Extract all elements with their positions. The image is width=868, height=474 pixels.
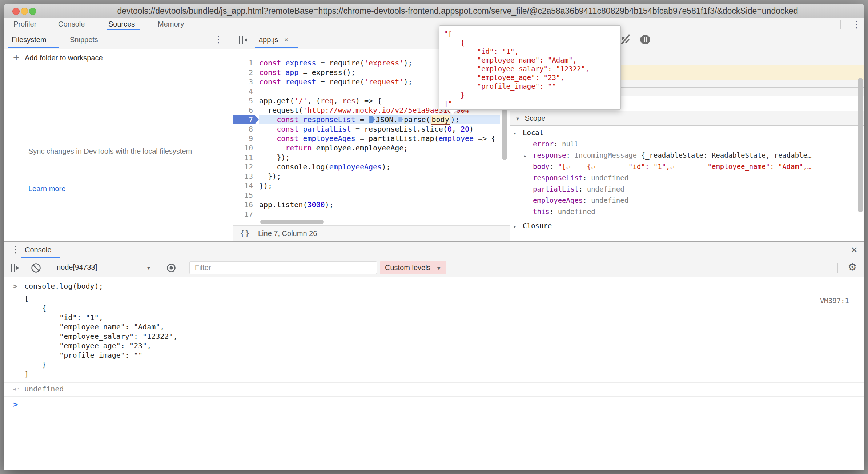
line-number-7[interactable]: 7 [233,115,259,124]
title-bar[interactable]: devtools://devtools/bundled/js_app.html?… [4,4,864,19]
console-log-output[interactable]: [ { "id": "1", "employee_name": "Adam", … [24,294,821,379]
scope-variable-employeeAges[interactable]: employeeAges: undefined [513,195,856,206]
code-token: employee.employeeAge; [316,144,408,152]
scope-variable-responseList[interactable]: responseList: undefined [513,172,856,184]
editor-tab-appjs[interactable]: app.js × [259,31,289,47]
code-line-8[interactable]: const partialList = responseList.slice(0… [259,124,500,134]
scope-variable-body[interactable]: body: "[↵ {↵ "id": "1",↵ "employee_name"… [513,161,856,172]
code-token: = responseList.slice( [351,125,447,133]
scope-variable-partialList[interactable]: partialList: undefined [513,184,856,195]
collapse-navigator-icon[interactable] [239,35,250,45]
execution-context-selector[interactable]: node[94733] [57,263,97,272]
code-token: JSON. [376,115,398,124]
continue-to-here-icon[interactable] [398,117,403,122]
code-token: , [452,125,461,133]
line-number-8[interactable]: 8 [233,124,259,134]
scope-local-header[interactable]: ▾Local [513,127,856,138]
custom-levels-dropdown[interactable]: Custom levels ▼ [380,261,446,274]
console-settings-gear-icon[interactable]: ⚙ [848,262,857,272]
variable-value: IncomingMessage [574,151,641,159]
variable-name: response [533,151,566,159]
sidebar-scrollbar[interactable] [858,78,863,212]
minimize-window-button[interactable] [21,8,28,15]
tooltip-line: "employee_salary": "12322", [444,64,620,73]
result-marker-icon: ◂· [12,385,20,393]
line-number-2[interactable]: 2 [233,68,259,77]
code-line-16[interactable]: app.listen(3000); [259,200,500,209]
code-line-17[interactable] [259,209,500,219]
console-output-line: "employee_name": "Adam", [24,322,821,332]
console-prompt-chevron-icon[interactable]: > [13,400,18,409]
chevron-down-icon: ▾ [513,128,523,138]
variable-name: partialList [533,185,579,193]
scope-variable-error[interactable]: error: null [513,138,856,150]
code-token: }); [259,153,290,162]
zoom-window-button[interactable] [29,8,36,15]
line-number-17[interactable]: 17 [233,209,259,219]
close-drawer-icon[interactable]: ✕ [851,245,858,255]
code-line-10[interactable]: return employee.employeeAge; [259,143,500,153]
code-line-9[interactable]: const employeeAges = partialList.map(emp… [259,134,500,143]
code-line-11[interactable]: }); [259,153,500,162]
code-token: const [259,68,285,77]
tab-filesystem[interactable]: Filesystem [12,31,47,49]
tab-memory[interactable]: Memory [158,18,184,30]
code-line-15[interactable] [259,190,500,200]
scope-variable-this[interactable]: this: undefined [513,206,856,217]
line-number-9[interactable]: 9 [233,134,259,143]
line-number-6[interactable]: 6 [233,105,259,115]
code-line-14[interactable]: }); [259,181,500,190]
scope-variable-response[interactable]: ▸response: IncomingMessage {_readableSta… [513,150,856,161]
tab-snippets[interactable]: Snippets [70,31,98,49]
add-folder-button[interactable]: + Add folder to workspace [4,49,233,69]
line-number-3[interactable]: 3 [233,77,259,87]
show-console-sidebar-icon[interactable] [11,263,22,273]
close-window-button[interactable] [12,8,20,15]
line-number-16[interactable]: 16 [233,200,259,209]
live-expression-eye-icon[interactable] [165,263,177,273]
console-source-link[interactable]: VM397:1 [820,297,849,305]
tab-console[interactable]: Console [58,18,85,30]
code-line-12[interactable]: console.log(employeeAges); [259,162,500,172]
tab-console-drawer[interactable]: Console [25,246,51,254]
filter-input[interactable] [189,261,377,274]
deactivate-breakpoints-icon[interactable] [619,34,632,45]
learn-more-link[interactable]: Learn more [28,185,65,193]
code-line-13[interactable]: }); [259,172,500,181]
scope-tree[interactable]: ▾Localerror: null▸response: IncomingMess… [513,127,856,232]
line-number-15[interactable]: 15 [233,190,259,200]
scope-closure-label: Closure [523,222,552,230]
variable-value: undefined [591,196,628,204]
editor-horizontal-scrollbar[interactable] [260,220,324,224]
navigator-kebab-icon[interactable]: ⋮ [214,35,223,44]
chevron-down-icon[interactable]: ▼ [146,265,151,271]
close-tab-icon[interactable]: × [284,36,289,44]
line-number-14[interactable]: 14 [233,181,259,190]
scope-section-header[interactable]: ▾ Scope [510,111,864,126]
line-number-11[interactable]: 11 [233,153,259,162]
main-menu-kebab-icon[interactable]: ⋮ [852,20,861,29]
continue-to-here-icon[interactable] [369,116,375,123]
pretty-print-icon[interactable]: {} [240,229,250,238]
line-number-5[interactable]: 5 [233,96,259,105]
console-command-row[interactable]: > console.log(body); [4,280,864,293]
line-number-12[interactable]: 12 [233,162,259,172]
scope-closure-header[interactable]: ▸Closure [513,220,856,232]
tab-profiler[interactable]: Profiler [13,18,36,30]
pause-on-exceptions-icon[interactable] [640,34,651,45]
line-number-13[interactable]: 13 [233,172,259,181]
line-number-10[interactable]: 10 [233,143,259,153]
code-line-7[interactable]: const responseList = JSON.parse(body); [259,115,500,124]
drawer-kebab-icon[interactable]: ⋮ [11,245,20,254]
devtools-window: devtools://devtools/bundled/js_app.html?… [4,4,864,470]
variable-name: responseList [533,174,583,182]
clear-console-icon[interactable] [31,262,41,273]
code-token: 20 [461,125,469,133]
editor-vertical-scrollbar[interactable] [502,109,507,160]
console-output-line: { [24,303,821,313]
code-token: 3000 [307,200,325,209]
code-token: ) [469,125,474,133]
chevron-right-icon: ▸ [513,221,523,232]
line-number-4[interactable]: 4 [233,87,259,96]
line-number-1[interactable]: 1 [233,58,259,68]
